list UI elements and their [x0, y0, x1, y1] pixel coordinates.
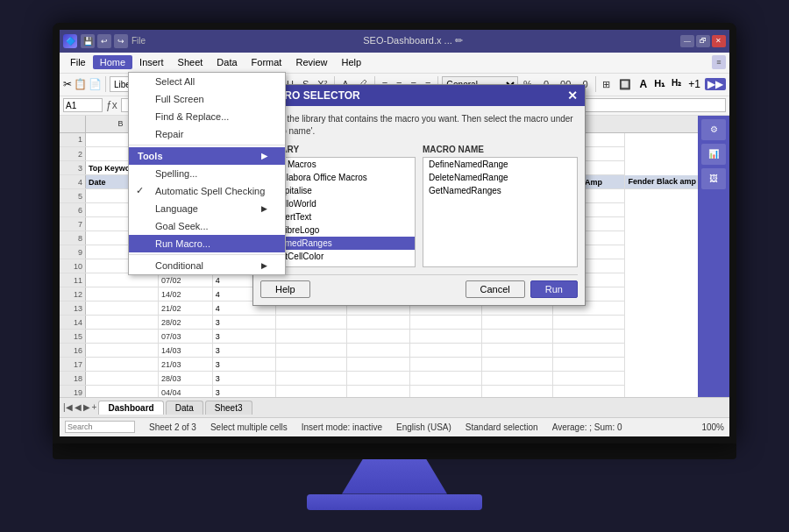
table-cell[interactable]: [482, 344, 553, 358]
table-cell[interactable]: [276, 330, 347, 344]
table-cell[interactable]: [346, 330, 409, 344]
dialog-close-btn[interactable]: ✕: [567, 89, 578, 103]
cut-icon[interactable]: ✂: [63, 78, 72, 90]
table-cell[interactable]: [482, 386, 553, 397]
table-cell[interactable]: 3: [212, 330, 275, 344]
table-cell[interactable]: [276, 358, 347, 372]
table-cell[interactable]: [86, 344, 158, 358]
sheet-tab-dashboard[interactable]: Dashboard: [98, 401, 163, 415]
menu-select-all[interactable]: Select All: [129, 73, 285, 90]
search-input[interactable]: [65, 421, 135, 433]
sidebar-icon-3[interactable]: 🖼: [701, 168, 726, 189]
h2-btn[interactable]: H₁: [651, 78, 667, 90]
table-cell[interactable]: [409, 358, 481, 372]
table-cell[interactable]: [552, 372, 624, 386]
save-btn[interactable]: 💾: [81, 34, 95, 48]
table-cell[interactable]: [86, 301, 158, 316]
table-cell[interactable]: [409, 372, 481, 386]
table-cell[interactable]: [86, 372, 158, 386]
table-cell[interactable]: 04/04: [158, 386, 212, 397]
tab-first[interactable]: |◀: [63, 402, 73, 412]
menu-run-macro[interactable]: Run Macro...: [129, 235, 285, 252]
table-cell[interactable]: [276, 372, 347, 386]
expand-sidebar-btn[interactable]: ▶▶: [705, 78, 726, 90]
close-btn[interactable]: ✕: [712, 35, 726, 47]
table-cell[interactable]: [482, 316, 553, 330]
table-cell[interactable]: 07/02: [158, 273, 212, 287]
table-cell[interactable]: [276, 386, 347, 397]
cancel-button[interactable]: Cancel: [466, 280, 525, 298]
help-button[interactable]: Help: [260, 280, 310, 298]
table-cell[interactable]: 21/02: [158, 301, 212, 316]
table-cell[interactable]: [346, 316, 409, 330]
table-cell[interactable]: 3: [212, 316, 275, 330]
menu-find-replace[interactable]: Find & Replace...: [129, 108, 285, 125]
borders-btn[interactable]: ⊞: [599, 78, 614, 91]
menu-conditional[interactable]: Conditional ▶: [129, 257, 285, 274]
table-cell[interactable]: [409, 386, 481, 397]
table-row[interactable]: 28/033: [86, 372, 698, 386]
table-cell[interactable]: [552, 330, 624, 344]
table-cell[interactable]: 21/03: [158, 358, 212, 372]
plus-btn[interactable]: +1: [686, 78, 703, 90]
menu-spelling[interactable]: Spelling...: [129, 165, 285, 182]
table-cell[interactable]: [409, 330, 481, 344]
table-cell[interactable]: [552, 358, 624, 372]
copy-icon[interactable]: 📋: [74, 78, 87, 90]
table-cell[interactable]: 28/03: [158, 372, 212, 386]
tab-prev[interactable]: ◀: [75, 402, 82, 412]
sidebar-toggle[interactable]: ≡: [712, 55, 726, 69]
menu-language[interactable]: Language ▶: [129, 200, 285, 217]
table-cell[interactable]: [276, 316, 347, 330]
table-cell[interactable]: [276, 344, 347, 358]
table-cell[interactable]: Fender Black amp: [625, 175, 698, 189]
table-cell[interactable]: [346, 372, 409, 386]
table-cell[interactable]: [346, 344, 409, 358]
sidebar-icon-2[interactable]: 📊: [701, 144, 726, 165]
menu-auto-spell[interactable]: ✓ Automatic Spell Checking: [129, 182, 285, 200]
macro-list[interactable]: DefineNamedRange DeleteNamedRange GetNam…: [423, 157, 578, 267]
table-cell[interactable]: [482, 358, 553, 372]
table-cell[interactable]: 3: [212, 386, 275, 397]
table-cell[interactable]: [409, 344, 481, 358]
table-row[interactable]: 28/023: [86, 316, 698, 330]
menu-sheet[interactable]: Sheet: [171, 55, 210, 69]
table-row[interactable]: 14/033: [86, 344, 698, 358]
table-cell[interactable]: [552, 386, 624, 397]
cell-reference[interactable]: [63, 98, 103, 112]
menu-goal-seek[interactable]: Goal Seek...: [129, 217, 285, 235]
sheet-tab-data[interactable]: Data: [166, 401, 203, 415]
table-cell[interactable]: [552, 344, 624, 358]
table-cell[interactable]: [86, 287, 158, 301]
menu-tools-header[interactable]: Tools ▶: [129, 147, 285, 165]
conditional-btn[interactable]: 🔲: [615, 78, 635, 91]
macro-define[interactable]: DefineNamedRange: [423, 158, 577, 171]
table-cell[interactable]: [86, 316, 158, 330]
h3-btn[interactable]: H₂: [669, 78, 684, 90]
menu-repair[interactable]: Repair: [129, 125, 285, 143]
paste-icon[interactable]: 📄: [89, 78, 102, 90]
menu-insert[interactable]: Insert: [132, 55, 171, 69]
table-cell[interactable]: [86, 386, 158, 397]
table-cell[interactable]: 07/03: [158, 330, 212, 344]
table-cell[interactable]: 3: [212, 372, 275, 386]
table-cell[interactable]: 28/02: [158, 316, 212, 330]
sheet-tab-sheet3[interactable]: Sheet3: [205, 401, 252, 415]
menu-file[interactable]: File: [63, 55, 93, 69]
table-cell[interactable]: [86, 273, 158, 287]
table-row[interactable]: 21/033: [86, 358, 698, 372]
tab-next[interactable]: ▶: [83, 402, 90, 412]
menu-format[interactable]: Format: [245, 55, 289, 69]
macro-get[interactable]: GetNamedRanges: [423, 184, 577, 197]
table-cell[interactable]: 3: [212, 344, 275, 358]
maximize-btn[interactable]: 🗗: [696, 35, 710, 47]
language-selector[interactable]: English (USA): [396, 422, 451, 432]
table-cell[interactable]: [409, 316, 481, 330]
table-row[interactable]: 07/033: [86, 330, 698, 344]
menu-help[interactable]: Help: [335, 55, 369, 69]
table-cell[interactable]: [86, 358, 158, 372]
table-cell[interactable]: [346, 386, 409, 397]
redo-btn[interactable]: ↪: [114, 34, 128, 48]
table-cell[interactable]: 3: [212, 358, 275, 372]
table-cell[interactable]: 14/03: [158, 344, 212, 358]
